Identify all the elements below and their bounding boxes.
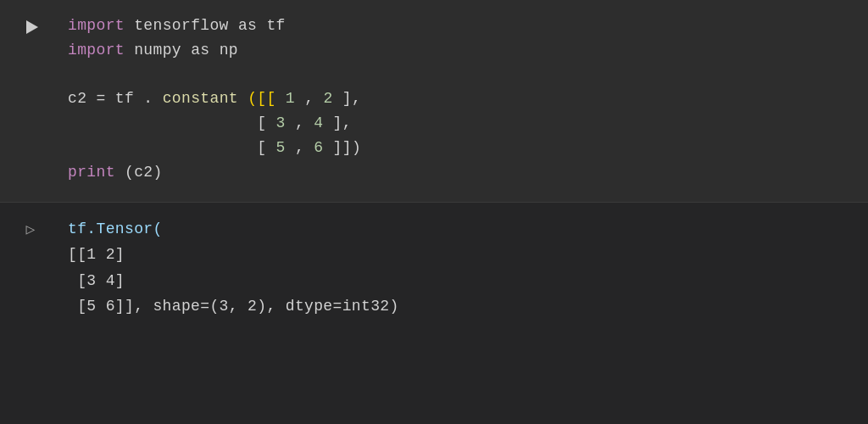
- output-tf-tensor: tf.Tensor(: [68, 220, 163, 237]
- print-arg: (c2): [125, 164, 163, 181]
- output-line-2: [[1 2]: [68, 242, 854, 268]
- close-bracket-comma-1: ],: [342, 90, 361, 107]
- comma-space-1: ,: [304, 90, 323, 107]
- output-text: tf.Tensor( [[1 2] [3 4] [5 6]], shape=(3…: [61, 203, 868, 424]
- dot-1: .: [143, 90, 153, 107]
- keyword-as-2: as: [191, 42, 209, 59]
- run-icon: [26, 20, 38, 34]
- tf-prefix: tf: [115, 90, 134, 107]
- num-1: 1: [286, 90, 295, 107]
- output-row-1: [[1 2]: [68, 246, 125, 263]
- code-line-4: c2 = tf . constant ([[ 1 , 2 ],: [68, 86, 854, 111]
- code-line-5: [ 3 , 4 ],: [68, 111, 854, 136]
- output-line-3: [3 4]: [68, 268, 854, 294]
- num-4: 4: [314, 114, 323, 131]
- output-line-1: tf.Tensor(: [68, 216, 854, 243]
- num-2: 2: [323, 90, 332, 107]
- keyword-print: print: [68, 164, 115, 181]
- code-cell: import tensorflow as tf import numpy as …: [0, 0, 868, 203]
- output-arrow-icon: ▷: [26, 220, 36, 238]
- fn-constant: constant: [163, 90, 238, 107]
- close-bracket-comma-2: ],: [333, 114, 352, 131]
- run-button[interactable]: [19, 15, 42, 39]
- notebook: import tensorflow as tf import numpy as …: [0, 0, 868, 424]
- alias-tf: tf: [266, 17, 285, 34]
- keyword-as-1: as: [238, 17, 257, 34]
- output-cell: ▷ tf.Tensor( [[1 2] [3 4] [5 6]], shape=…: [0, 203, 868, 424]
- num-3: 3: [276, 114, 286, 131]
- module-tensorflow: tensorflow: [134, 17, 238, 34]
- output-line-4: [5 6]], shape=(3, 2), dtype=int32): [68, 293, 854, 320]
- output-gutter: ▷: [0, 203, 61, 424]
- code-line-6: [ 5 , 6 ]]): [68, 136, 854, 160]
- open-paren-bracket: ([[: [248, 90, 276, 107]
- comma-space-3: ,: [295, 139, 314, 156]
- indent-3: [: [68, 139, 266, 156]
- code-line-7: print (c2): [68, 160, 854, 185]
- op-equals: =: [97, 90, 115, 107]
- close-brackets-paren: ]]): [333, 139, 362, 156]
- comma-space-2: ,: [295, 114, 314, 131]
- code-line-1: import tensorflow as tf: [68, 14, 854, 38]
- output-row-3: [5 6]], shape=(3, 2), dtype=int32): [68, 298, 399, 315]
- output-row-2: [3 4]: [68, 272, 125, 289]
- num-5: 5: [276, 139, 286, 156]
- cell-gutter: [0, 0, 61, 202]
- indent-2: [: [68, 114, 266, 131]
- module-numpy: numpy: [134, 42, 191, 59]
- code-line-3: [68, 63, 854, 87]
- keyword-import-2: import: [68, 42, 125, 59]
- var-c2: c2: [68, 90, 86, 107]
- code-editor[interactable]: import tensorflow as tf import numpy as …: [61, 0, 868, 202]
- num-6: 6: [314, 139, 323, 156]
- alias-np: np: [220, 42, 238, 59]
- code-line-2: import numpy as np: [68, 38, 854, 63]
- keyword-import-1: import: [68, 17, 125, 34]
